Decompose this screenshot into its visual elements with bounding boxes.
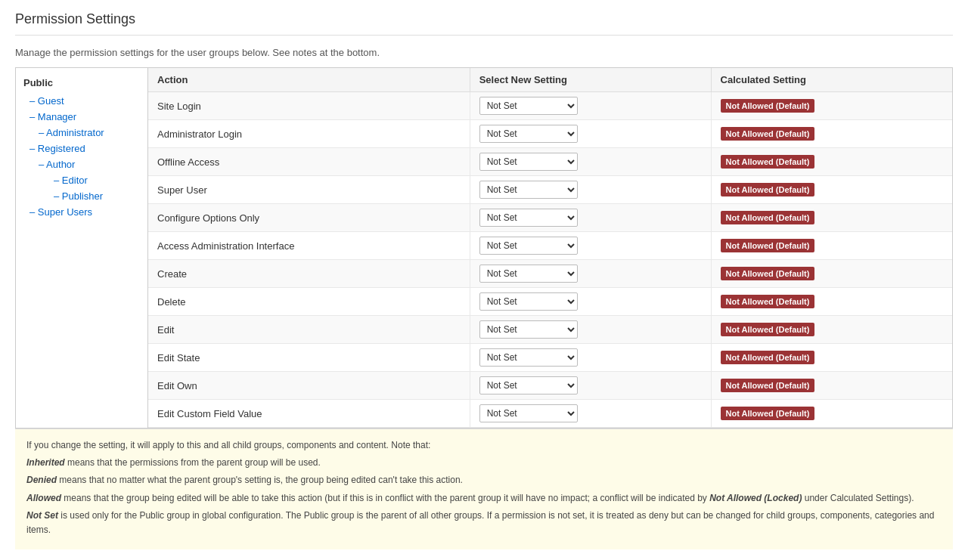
note-notset-text: is used only for the Public group in glo… — [26, 510, 934, 535]
sidebar-item-editor[interactable]: – Editor — [16, 172, 147, 188]
not-allowed-badge: Not Allowed (Default) — [721, 407, 815, 420]
setting-select[interactable]: Not SetInheritedDeniedAllowed — [479, 348, 578, 367]
action-cell: Edit Own — [148, 372, 470, 400]
calc-cell: Not Allowed (Default) — [711, 92, 952, 120]
table-row: Edit StateNot SetInheritedDeniedAllowedN… — [148, 344, 952, 372]
table-row: Super UserNot SetInheritedDeniedAllowedN… — [148, 176, 952, 204]
table-row: EditNot SetInheritedDeniedAllowedNot All… — [148, 316, 952, 344]
not-allowed-badge: Not Allowed (Default) — [721, 127, 815, 141]
note-allowed-text: means that the group being edited will b… — [61, 493, 709, 503]
col-action-header: Action — [148, 68, 470, 92]
table-row: Edit Custom Field ValueNot SetInheritedD… — [148, 400, 952, 428]
not-allowed-badge: Not Allowed (Default) — [721, 99, 815, 113]
setting-select[interactable]: Not SetInheritedDeniedAllowed — [479, 153, 578, 171]
calc-cell: Not Allowed (Default) — [711, 372, 952, 400]
table-row: Offline AccessNot SetInheritedDeniedAllo… — [148, 148, 952, 176]
action-cell: Site Login — [148, 92, 470, 120]
sidebar-item-superusers[interactable]: – Super Users — [16, 204, 147, 220]
calc-cell: Not Allowed (Default) — [711, 316, 952, 344]
setting-select[interactable]: Not SetInheritedDeniedAllowed — [479, 237, 578, 255]
sidebar-item-administrator[interactable]: – Administrator — [16, 125, 147, 141]
table-row: Configure Options OnlyNot SetInheritedDe… — [148, 204, 952, 232]
sidebar-item-author[interactable]: – Author — [16, 156, 147, 172]
content-area: Action Select New Setting Calculated Set… — [148, 68, 952, 428]
main-layout: Public – Guest– Manager– Administrator– … — [15, 67, 953, 429]
calc-cell: Not Allowed (Default) — [711, 400, 952, 428]
table-header-row: Action Select New Setting Calculated Set… — [148, 68, 952, 92]
table-row: DeleteNot SetInheritedDeniedAllowedNot A… — [148, 288, 952, 316]
setting-select[interactable]: Not SetInheritedDeniedAllowed — [479, 209, 578, 227]
select-cell: Not SetInheritedDeniedAllowed — [470, 120, 711, 148]
note-line1: If you change the setting, it will apply… — [26, 438, 942, 453]
setting-select[interactable]: Not SetInheritedDeniedAllowed — [479, 125, 578, 143]
note-line4: Allowed means that the group being edite… — [26, 491, 942, 506]
page-description: Manage the permission settings for the u… — [15, 47, 953, 58]
select-cell: Not SetInheritedDeniedAllowed — [470, 204, 711, 232]
table-row: Site LoginNot SetInheritedDeniedAllowedN… — [148, 92, 952, 120]
select-cell: Not SetInheritedDeniedAllowed — [470, 344, 711, 372]
setting-select[interactable]: Not SetInheritedDeniedAllowed — [479, 292, 578, 311]
permissions-table: Action Select New Setting Calculated Set… — [148, 68, 952, 428]
not-allowed-badge: Not Allowed (Default) — [721, 239, 815, 252]
note-allowed-label: Allowed — [26, 493, 61, 503]
sidebar-item-guest[interactable]: – Guest — [16, 93, 147, 109]
note-inherited-text: means that the permissions from the pare… — [65, 457, 321, 468]
table-row: Administrator LoginNot SetInheritedDenie… — [148, 120, 952, 148]
table-row: Edit OwnNot SetInheritedDeniedAllowedNot… — [148, 372, 952, 400]
page-container: Permission Settings Manage the permissio… — [0, 0, 968, 560]
sidebar-item-publisher[interactable]: – Publisher — [16, 188, 147, 204]
setting-select[interactable]: Not SetInheritedDeniedAllowed — [479, 376, 578, 394]
action-cell: Administrator Login — [148, 120, 470, 148]
select-cell: Not SetInheritedDeniedAllowed — [470, 260, 711, 288]
setting-select[interactable]: Not SetInheritedDeniedAllowed — [479, 97, 578, 115]
calc-cell: Not Allowed (Default) — [711, 260, 952, 288]
action-cell: Edit — [148, 316, 470, 344]
table-row: CreateNot SetInheritedDeniedAllowedNot A… — [148, 260, 952, 288]
note-denied-text: means that no matter what the parent gro… — [57, 475, 463, 485]
note-line3: Denied means that no matter what the par… — [26, 473, 942, 487]
note-inherited-label: Inherited — [26, 457, 65, 468]
calc-cell: Not Allowed (Default) — [711, 288, 952, 316]
action-cell: Edit Custom Field Value — [148, 400, 470, 428]
action-cell: Offline Access — [148, 148, 470, 176]
select-cell: Not SetInheritedDeniedAllowed — [470, 148, 711, 176]
select-cell: Not SetInheritedDeniedAllowed — [470, 232, 711, 260]
not-allowed-badge: Not Allowed (Default) — [721, 155, 815, 169]
action-cell: Configure Options Only — [148, 204, 470, 232]
sidebar-item-registered[interactable]: – Registered — [16, 141, 147, 156]
setting-select[interactable]: Not SetInheritedDeniedAllowed — [479, 404, 578, 422]
sidebar-item-manager[interactable]: – Manager — [16, 109, 147, 125]
setting-select[interactable]: Not SetInheritedDeniedAllowed — [479, 265, 578, 283]
table-row: Access Administration InterfaceNot SetIn… — [148, 232, 952, 260]
note-notset-label: Not Set — [26, 510, 58, 521]
note-not-allowed-locked-label: Not Allowed (Locked) — [709, 493, 802, 503]
calc-cell: Not Allowed (Default) — [711, 148, 952, 176]
setting-select[interactable]: Not SetInheritedDeniedAllowed — [479, 181, 578, 199]
not-allowed-badge: Not Allowed (Default) — [721, 267, 815, 280]
note-allowed-text2: under Calculated Settings). — [802, 493, 914, 503]
select-cell: Not SetInheritedDeniedAllowed — [470, 288, 711, 316]
note-denied-label: Denied — [26, 475, 57, 485]
sidebar-header: Public — [16, 74, 147, 93]
not-allowed-badge: Not Allowed (Default) — [721, 351, 815, 364]
action-cell: Create — [148, 260, 470, 288]
setting-select[interactable]: Not SetInheritedDeniedAllowed — [479, 320, 578, 339]
note-line2: Inherited means that the permissions fro… — [26, 456, 942, 470]
page-title: Permission Settings — [15, 11, 953, 36]
not-allowed-badge: Not Allowed (Default) — [721, 323, 815, 336]
action-cell: Delete — [148, 288, 470, 316]
col-calc-header: Calculated Setting — [711, 68, 952, 92]
select-cell: Not SetInheritedDeniedAllowed — [470, 316, 711, 344]
not-allowed-badge: Not Allowed (Default) — [721, 183, 815, 196]
select-cell: Not SetInheritedDeniedAllowed — [470, 400, 711, 428]
select-cell: Not SetInheritedDeniedAllowed — [470, 176, 711, 204]
action-cell: Access Administration Interface — [148, 232, 470, 260]
select-cell: Not SetInheritedDeniedAllowed — [470, 92, 711, 120]
not-allowed-badge: Not Allowed (Default) — [721, 379, 815, 392]
calc-cell: Not Allowed (Default) — [711, 232, 952, 260]
not-allowed-badge: Not Allowed (Default) — [721, 295, 815, 308]
col-select-header: Select New Setting — [470, 68, 711, 92]
not-allowed-badge: Not Allowed (Default) — [721, 211, 815, 224]
action-cell: Super User — [148, 176, 470, 204]
action-cell: Edit State — [148, 344, 470, 372]
